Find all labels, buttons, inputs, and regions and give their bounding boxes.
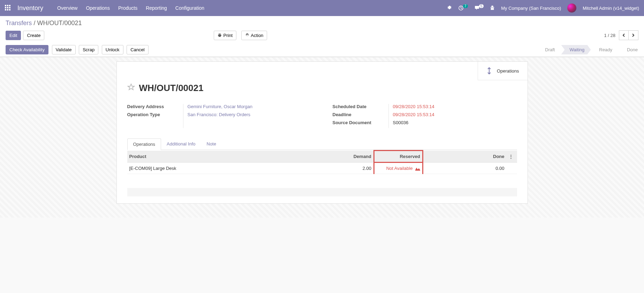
updown-arrow-icon [486,67,492,75]
status-draft[interactable]: Draft [537,45,561,54]
col-product[interactable]: Product [127,151,297,163]
action-button[interactable]: Action [241,31,267,40]
messages-icon[interactable]: 5 [474,5,484,11]
label-delivery-address: Delivery Address [127,104,183,109]
col-optional[interactable]: ⋮ [507,151,517,163]
pager-prev[interactable] [619,30,629,40]
svg-rect-6 [5,9,6,10]
breadcrumb-parent[interactable]: Transfers [6,20,32,27]
create-button[interactable]: Create [23,31,44,40]
svg-rect-3 [5,7,6,8]
validate-button[interactable]: Validate [52,45,76,54]
nav-operations[interactable]: Operations [86,5,109,11]
notebook-tabs: Operations Additional Info Note [127,138,517,150]
activity-count: 7 [463,4,468,8]
forecast-icon[interactable] [415,167,420,171]
form-sheet: Operations WH/OUT/00021 Delivery Address… [116,61,528,204]
chevron-left-icon [622,33,626,37]
status-ready[interactable]: Ready [591,45,619,54]
svg-rect-1 [7,5,8,6]
debug-icon[interactable] [447,5,452,11]
svg-rect-7 [7,9,8,10]
col-done[interactable]: Done [423,151,507,163]
operations-table: Product Demand Reserved Done ⋮ [E-COM09]… [127,150,517,174]
breadcrumb: Transfers / WH/OUT/00021 [6,20,638,27]
print-icon [218,33,222,37]
cancel-button[interactable]: Cancel [127,45,148,54]
tab-additional-info[interactable]: Additional Info [161,138,201,150]
statusbar-buttons: Check Availability Validate Scrap Unlock… [6,45,151,54]
top-navbar: Inventory Overview Operations Products R… [0,0,644,16]
control-panel: Transfers / WH/OUT/00021 Edit Create Pri… [0,16,644,57]
gear-icon [245,33,249,37]
table-footer [127,188,517,196]
pager-text[interactable]: 1 / 28 [604,33,615,38]
apps-icon[interactable] [5,5,11,11]
cell-reserved: Not Available [374,163,423,174]
cell-product: [E-COM09] Large Desk [127,163,297,174]
check-availability-button[interactable]: Check Availability [6,45,48,54]
message-count: 5 [479,4,484,8]
record-title: WH/OUT/00021 [139,83,204,93]
table-row[interactable]: [E-COM09] Large Desk 2.00 Not Available … [127,163,517,174]
breadcrumb-current: WH/OUT/00021 [37,20,82,27]
label-operation-type: Operation Type [127,112,183,117]
user-avatar[interactable] [567,3,576,13]
tab-operations[interactable]: Operations [127,138,161,150]
label-deadline: Deadline [333,112,388,117]
activities-icon[interactable]: 7 [458,5,468,11]
edit-button[interactable]: Edit [6,31,21,40]
company-switcher[interactable]: My Company (San Francisco) [501,6,561,11]
col-reserved[interactable]: Reserved [374,151,423,163]
col-demand[interactable]: Demand [297,151,374,163]
svg-rect-5 [9,7,10,8]
pager-next[interactable] [629,30,638,40]
value-delivery-address[interactable]: Gemini Furniture, Oscar Morgan [188,104,312,109]
value-deadline: 09/28/2020 15:53:14 [393,112,517,117]
app-brand[interactable]: Inventory [17,5,43,12]
nav-right: 7 5 My Company (San Francisco) Mitchell … [447,3,639,13]
nav-menu: Overview Operations Products Reporting C… [57,5,204,11]
svg-rect-8 [9,9,10,10]
value-scheduled-date: 09/28/2020 15:53:14 [393,104,517,109]
value-source-document: S00036 [393,120,517,125]
stat-button-operations[interactable]: Operations [478,62,528,80]
form-background: Operations WH/OUT/00021 Delivery Address… [0,57,644,218]
svg-rect-0 [5,5,6,6]
svg-rect-4 [7,7,8,8]
stat-button-label: Operations [497,68,519,74]
star-icon[interactable] [127,83,135,93]
svg-rect-2 [9,5,10,6]
cell-demand: 2.00 [297,163,374,174]
user-menu[interactable]: Mitchell Admin (v14_widget) [583,6,639,11]
nav-products[interactable]: Products [118,5,137,11]
status-steps: Draft Waiting Ready Done [537,45,644,54]
nav-configuration[interactable]: Configuration [175,5,204,11]
status-waiting[interactable]: Waiting [561,45,591,54]
status-done[interactable]: Done [619,45,644,54]
unlock-button[interactable]: Unlock [102,45,123,54]
value-operation-type[interactable]: San Francisco: Delivery Orders [188,112,312,117]
nav-overview[interactable]: Overview [57,5,77,11]
label-source-document: Source Document [333,120,388,125]
nav-reporting[interactable]: Reporting [146,5,167,11]
cell-done: 0.00 [423,163,507,174]
label-scheduled-date: Scheduled Date [333,104,388,109]
chevron-right-icon [631,33,635,37]
gift-icon[interactable] [490,5,495,11]
print-button[interactable]: Print [214,31,236,40]
scrap-button[interactable]: Scrap [79,45,98,54]
tab-note[interactable]: Note [201,138,222,150]
